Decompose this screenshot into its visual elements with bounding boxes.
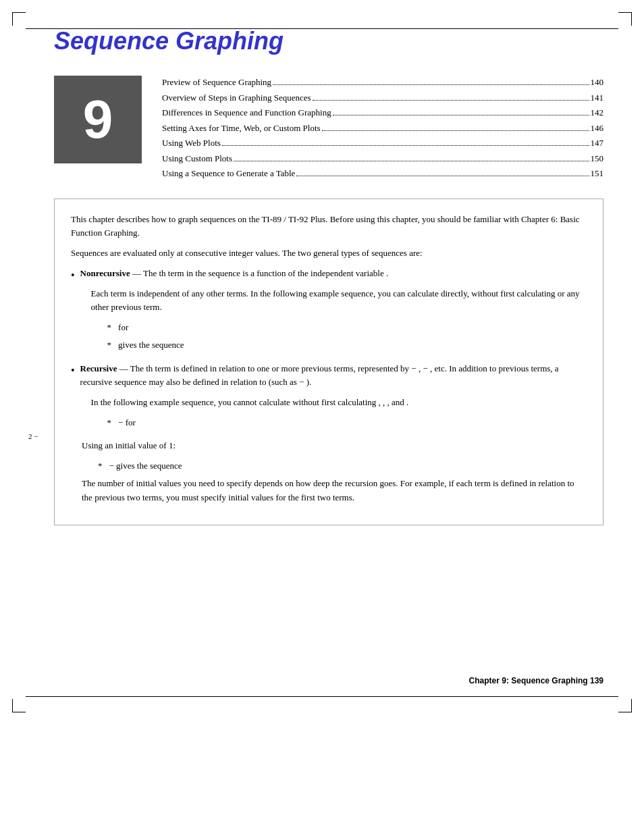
sub-bullet-star-1: * [107, 321, 112, 334]
toc-item: Differences in Sequence and Function Gra… [162, 106, 603, 120]
bullet-dot: • [71, 267, 75, 284]
nonrecursive-def-text: — The th term in the sequence is a funct… [130, 268, 388, 278]
toc-label: Setting Axes for Time, Web, or Custom Pl… [162, 122, 321, 135]
bullet-dot-2: • [71, 363, 75, 380]
toc-label: Differences in Sequence and Function Gra… [162, 106, 331, 120]
recursive-term: Recursive [80, 363, 117, 373]
recursive-body-text: In the following example sequence, you c… [91, 396, 587, 409]
toc-label: Using Web Plots [162, 136, 221, 150]
toc-dots [322, 130, 589, 131]
bottom-rule [26, 696, 618, 697]
page-footer: Chapter 9: Sequence Graphing 139 [469, 676, 603, 685]
intro-paragraph-1: This chapter describes how to graph sequ… [71, 213, 587, 240]
toc-dots [234, 161, 589, 161]
side-note: 2 − [28, 432, 38, 440]
recursive-bullet: • Recursive — The th term is defined in … [71, 362, 587, 434]
nonrecursive-bullet: • Nonrecursive — The th term in the sequ… [71, 267, 587, 357]
table-of-contents: Preview of Sequence Graphing 140 Overvie… [162, 76, 603, 182]
corner-mark-bottom-right [618, 699, 632, 712]
chapter-title: Sequence Graphing [54, 27, 603, 55]
toc-dots [313, 100, 589, 101]
sub-bullet-star-2: * [107, 338, 112, 352]
chapter-number-box: 9 [54, 76, 142, 163]
sub-bullet-star-3: * [107, 416, 112, 429]
chapter-header: 9 Preview of Sequence Graphing 140 Overv… [54, 76, 603, 182]
sub-bullet-1: * for [107, 321, 587, 334]
corner-mark-top-right [618, 12, 632, 26]
toc-dots [333, 115, 589, 115]
corner-mark-top-left [12, 12, 26, 26]
toc-label: Preview of Sequence Graphing [162, 76, 271, 89]
sub-bullet-star-4: * [98, 459, 103, 473]
intro-paragraph-2: Sequences are evaluated only at consecut… [71, 246, 587, 260]
recursive-content: Recursive — The th term is defined in re… [80, 362, 587, 434]
toc-page: 151 [591, 167, 604, 180]
toc-item: Using Custom Plots 150 [162, 152, 603, 165]
toc-label: Overview of Steps in Graphing Sequences [162, 91, 311, 105]
toc-page: 146 [591, 122, 604, 135]
nonrecursive-term: Nonrecursive [80, 268, 130, 278]
sub-bullet-3-text: − for [118, 416, 587, 429]
toc-page: 141 [591, 91, 604, 105]
toc-item: Setting Axes for Time, Web, or Custom Pl… [162, 122, 603, 135]
using-initial-text: Using an initial value of 1: [82, 439, 587, 452]
nonrecursive-body: Each term is independent of any other te… [91, 287, 587, 314]
toc-item: Using a Sequence to Generate a Table 151 [162, 167, 603, 180]
toc-item: Using Web Plots 147 [162, 136, 603, 150]
sub-bullet-2-text: gives the sequence [118, 338, 587, 352]
nonrecursive-content: Nonrecursive — The th term in the sequen… [80, 267, 587, 357]
recursive-body: In the following example sequence, you c… [91, 396, 587, 409]
sub-bullet-2: * gives the sequence [107, 338, 587, 352]
toc-dots [222, 145, 589, 146]
recursive-definition: Recursive — The th term is defined in re… [80, 362, 587, 389]
nonrecursive-definition: Nonrecursive — The th term in the sequen… [80, 267, 587, 280]
sub-bullet-4-text: − gives the sequence [109, 459, 587, 473]
top-rule [26, 28, 618, 29]
toc-page: 147 [591, 136, 604, 150]
toc-item: Preview of Sequence Graphing 140 [162, 76, 603, 89]
using-initial-block: Using an initial value of 1: [82, 439, 587, 452]
toc-label: Using a Sequence to Generate a Table [162, 167, 295, 180]
toc-page: 142 [591, 106, 604, 120]
corner-mark-bottom-left [12, 699, 26, 712]
main-content-box: This chapter describes how to graph sequ… [54, 199, 603, 525]
toc-page: 140 [591, 76, 604, 89]
closing-block: The number of initial values you need to… [82, 477, 587, 504]
chapter-number: 9 [83, 88, 113, 151]
toc-label: Using Custom Plots [162, 152, 232, 165]
toc-dots [296, 176, 589, 176]
sub-bullet-4: * − gives the sequence [98, 459, 587, 473]
toc-item: Overview of Steps in Graphing Sequences … [162, 91, 603, 105]
toc-dots [273, 84, 589, 85]
sub-bullet-3: * − for [107, 416, 587, 429]
recursive-def-text: — The th term is defined in relation to … [80, 363, 559, 387]
sub-bullet-1-text: for [118, 321, 587, 334]
nonrecursive-body-text: Each term is independent of any other te… [91, 287, 587, 314]
closing-text: The number of initial values you need to… [82, 477, 587, 504]
toc-page: 150 [591, 152, 604, 165]
